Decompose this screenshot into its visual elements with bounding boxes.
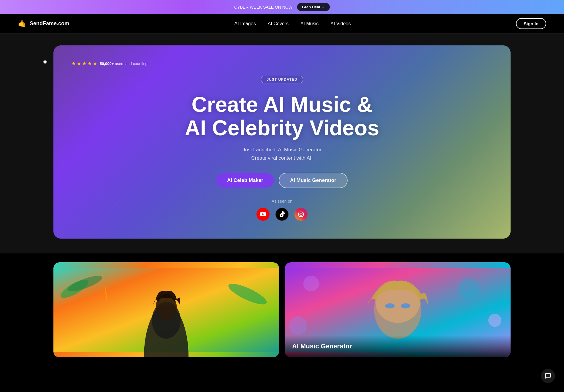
hero-headline: Create AI Music & AI Celebrity Videos (71, 93, 493, 140)
banner-text: CYBER WEEK SALE ON NOW! (234, 5, 294, 9)
headline-line1: Create AI Music & (191, 93, 373, 116)
chat-bubble-button[interactable] (541, 369, 555, 383)
cta-buttons: AI Celeb Maker AI Music Generator (71, 173, 493, 188)
grab-deal-button[interactable]: Grab Deal → (297, 3, 330, 11)
star-2: ★ (77, 60, 81, 67)
svg-point-20 (401, 303, 411, 309)
nav-ai-music[interactable]: AI Music (300, 21, 319, 26)
svg-point-16 (289, 316, 307, 335)
social-icons-row (71, 208, 493, 221)
hero-card: ★ ★ ★ ★ ★ 50,000+ users and counting! JU… (53, 45, 511, 239)
nav-ai-covers[interactable]: AI Covers (268, 21, 289, 26)
left-card-image (53, 262, 279, 357)
chat-icon (545, 373, 551, 379)
headline-line2: AI Celebrity Videos (185, 116, 379, 140)
star-4: ★ (87, 60, 92, 67)
logo[interactable]: 🤙 SendFame.com (18, 20, 69, 28)
svg-point-15 (488, 314, 501, 327)
svg-point-19 (385, 303, 395, 309)
bottom-card-right[interactable]: AI Music Generator (285, 262, 511, 357)
nav-ai-videos[interactable]: AI Videos (330, 21, 351, 26)
top-banner: CYBER WEEK SALE ON NOW! Grab Deal → (0, 0, 564, 14)
sparkle-decoration: ✦ (42, 57, 48, 67)
tiktok-icon[interactable] (275, 208, 289, 221)
right-card-overlay: AI Music Generator (285, 335, 511, 357)
nav-links: AI Images AI Covers AI Music AI Videos (235, 21, 351, 26)
ai-celeb-maker-button[interactable]: AI Celeb Maker (216, 173, 274, 188)
star-1: ★ (71, 60, 76, 67)
users-suffix: users and counting! (115, 61, 148, 66)
right-card-title: AI Music Generator (292, 342, 503, 350)
right-card-image: AI Music Generator (285, 262, 511, 357)
nav-ai-images[interactable]: AI Images (235, 21, 256, 26)
rating-row: ★ ★ ★ ★ ★ 50,000+ users and counting! (71, 60, 493, 67)
instagram-icon[interactable] (294, 208, 308, 221)
svg-point-14 (458, 278, 479, 299)
as-seen-on-label: As seen on (71, 199, 493, 204)
as-seen-on-section: As seen on (71, 199, 493, 221)
bottom-card-left[interactable] (53, 262, 279, 357)
main-content: ✦ ✦ ✦ ★ ★ ★ ★ ★ 50,000+ users and counti… (0, 34, 564, 253)
subtext-line1: Just Launched: AI Music Generator (243, 147, 321, 153)
sign-in-button[interactable]: Sign In (516, 18, 546, 29)
users-count: 50,000+ (100, 61, 114, 66)
hero-subtext: Just Launched: AI Music Generator Create… (71, 146, 493, 162)
subtext-line2: Create viral content with AI. (251, 155, 313, 161)
ai-music-generator-button[interactable]: AI Music Generator (279, 173, 348, 188)
youtube-icon[interactable] (256, 208, 270, 221)
navbar: 🤙 SendFame.com AI Images AI Covers AI Mu… (0, 14, 564, 34)
star-rating: ★ ★ ★ ★ ★ (71, 60, 97, 67)
svg-point-2 (300, 213, 302, 215)
svg-point-13 (303, 276, 319, 291)
logo-text: SendFame.com (30, 20, 69, 27)
svg-point-3 (302, 212, 303, 213)
star-3: ★ (82, 60, 87, 67)
just-updated-badge: JUST UPDATED (261, 76, 303, 83)
logo-icon: 🤙 (18, 20, 27, 28)
users-count-text: 50,000+ users and counting! (100, 61, 148, 66)
bottom-cards-row: AI Music Generator (0, 262, 564, 357)
star-5: ★ (93, 60, 97, 67)
